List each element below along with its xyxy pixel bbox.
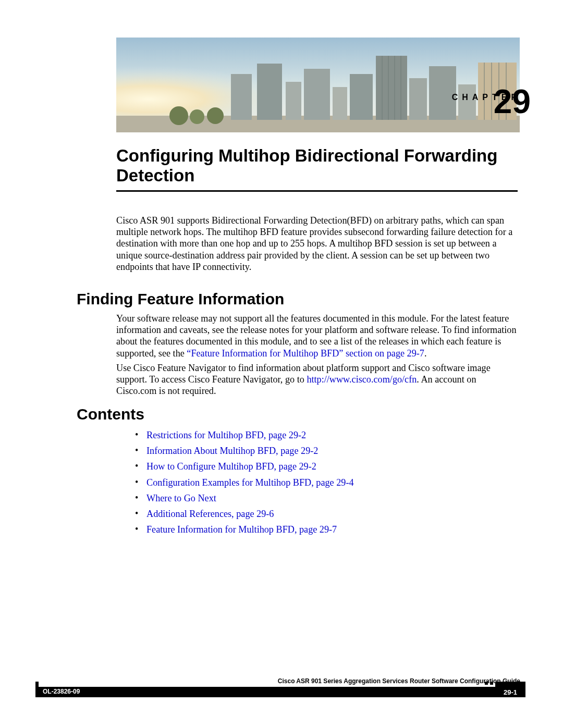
- link-information-about[interactable]: Information About Multihop BFD, page 29-…: [146, 446, 318, 456]
- contents-item: Where to Go Next: [135, 492, 518, 504]
- svg-point-22: [169, 106, 188, 125]
- svg-rect-3: [231, 74, 252, 120]
- contents-item: Configuration Examples for Multihop BFD,…: [135, 477, 518, 488]
- svg-rect-7: [333, 87, 347, 120]
- finding-paragraph-2: Use Cisco Feature Navigator to find info…: [116, 362, 518, 397]
- link-config-examples[interactable]: Configuration Examples for Multihop BFD,…: [146, 477, 354, 488]
- contents-item: How to Configure Multihop BFD, page 29-2: [135, 461, 518, 472]
- contents-item: Restrictions for Multihop BFD, page 29-2: [135, 429, 518, 441]
- contents-list: Restrictions for Multihop BFD, page 29-2…: [135, 429, 518, 539]
- svg-point-24: [207, 107, 224, 124]
- link-how-to-configure[interactable]: How to Configure Multihop BFD, page 29-2: [146, 461, 316, 472]
- heading-contents: Contents: [77, 405, 144, 423]
- finding-paragraph-1: Your software release may not support al…: [116, 313, 518, 359]
- intro-paragraph: Cisco ASR 901 supports Bidirectional For…: [116, 215, 518, 273]
- contents-item: Additional References, page 29-6: [135, 508, 518, 520]
- svg-rect-5: [286, 82, 301, 120]
- link-restrictions[interactable]: Restrictions for Multihop BFD, page 29-2: [146, 430, 306, 440]
- footer-guide-title: Cisco ASR 901 Series Aggregation Service…: [278, 677, 520, 685]
- svg-rect-9: [376, 56, 407, 120]
- link-feature-information[interactable]: Feature Information for Multihop BFD, pa…: [146, 524, 337, 535]
- link-where-to-go-next[interactable]: Where to Go Next: [146, 493, 216, 503]
- footer-doc-number: OL-23826-09: [43, 688, 80, 695]
- svg-rect-8: [350, 74, 373, 120]
- svg-rect-10: [409, 78, 427, 120]
- link-feature-info-section[interactable]: “Feature Information for Multihop BFD” s…: [187, 348, 424, 359]
- chapter-banner: [116, 38, 520, 132]
- svg-rect-6: [304, 69, 330, 120]
- svg-rect-4: [257, 64, 282, 120]
- link-additional-references[interactable]: Additional References, page 29-6: [146, 509, 274, 519]
- footer-page-number: 29-1: [495, 687, 525, 697]
- footer-notch: [35, 682, 39, 687]
- finding-p1-post: .: [424, 348, 427, 359]
- footer-black-bar: [35, 687, 525, 697]
- chapter-number: 29: [494, 82, 531, 121]
- link-cfn-url[interactable]: http://www.cisco.com/go/cfn: [307, 374, 417, 385]
- page-footer: Cisco ASR 901 Series Aggregation Service…: [35, 682, 525, 705]
- chapter-title: Configuring Multihop Bidirectional Forwa…: [116, 146, 518, 186]
- svg-point-23: [190, 109, 204, 124]
- contents-item: Information About Multihop BFD, page 29-…: [135, 445, 518, 456]
- heading-finding-feature-information: Finding Feature Information: [77, 290, 284, 308]
- contents-item: Feature Information for Multihop BFD, pa…: [135, 524, 518, 535]
- svg-rect-12: [458, 84, 476, 120]
- title-rule: [116, 190, 518, 192]
